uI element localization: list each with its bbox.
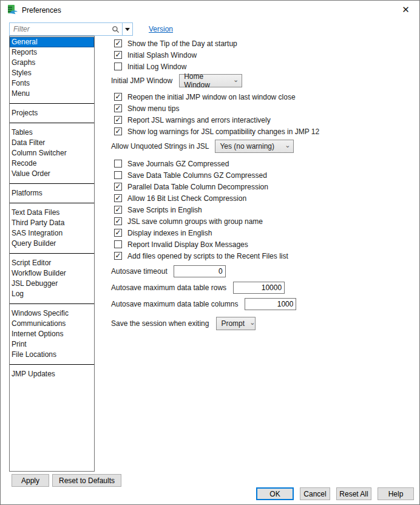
checkmark-icon: ✓: [115, 229, 121, 236]
checkbox-row[interactable]: ✓ Display indexes in English: [111, 227, 418, 239]
checkbox-row[interactable]: ✓ Allow 16 Bit List Check Compression: [111, 192, 418, 204]
sidebar-item[interactable]: JMP Updates: [10, 369, 94, 379]
sidebar-item[interactable]: Data Filter: [10, 138, 94, 148]
checkbox[interactable]: ✓: [114, 93, 122, 101]
checkbox[interactable]: ✓: [114, 116, 122, 124]
checkbox-row[interactable]: ✓ Parallel Data Table Column Decompressi…: [111, 181, 418, 192]
allow-unquoted-strings-select[interactable]: Yes (no warning) ⌄: [215, 140, 294, 153]
checkbox-label: Show the Tip of the Day at startup: [127, 39, 237, 48]
general-settings-panel: ✓ Show the Tip of the Day at startup ✓ I…: [111, 36, 418, 330]
sidebar-item[interactable]: Projects: [10, 108, 94, 118]
sidebar-item[interactable]: Internet Options: [10, 329, 94, 339]
autosave-max-columns-input[interactable]: [245, 298, 296, 310]
sidebar-item[interactable]: Platforms: [10, 188, 94, 198]
checkbox-row[interactable]: ✓ Report JSL warnings and errors interac…: [111, 114, 418, 126]
checkmark-icon: ✓: [115, 40, 121, 47]
sidebar-item[interactable]: Value Order: [10, 169, 94, 179]
checkbox-row[interactable]: ✓ Save Scripts in English: [111, 204, 418, 215]
checkbox-row[interactable]: ✓ Add files opened by scripts to the Rec…: [111, 250, 418, 262]
sidebar-item[interactable]: Graphs: [10, 58, 94, 68]
version-link[interactable]: Version: [149, 25, 173, 33]
sidebar-item[interactable]: JSL Debugger: [10, 279, 94, 289]
sidebar-item[interactable]: SAS Integration: [10, 228, 94, 239]
cancel-button[interactable]: Cancel: [300, 487, 330, 500]
checkbox[interactable]: [114, 63, 122, 70]
sidebar-item[interactable]: [10, 103, 94, 104]
checkbox-row[interactable]: Save Data Table Columns GZ Compressed: [111, 169, 418, 181]
checkbox-label: Initial Log Window: [127, 63, 186, 71]
sidebar-item[interactable]: File Locations: [10, 350, 94, 360]
sidebar-item[interactable]: General: [10, 37, 94, 47]
reset-to-defaults-button[interactable]: Reset to Defaults: [52, 474, 121, 487]
sidebar-item[interactable]: [10, 364, 94, 365]
initial-jmp-window-select[interactable]: Home Window ⌄: [179, 74, 242, 87]
autosave-timeout-input[interactable]: [174, 265, 226, 277]
checkmark-icon: ✓: [115, 183, 121, 190]
checkbox-label: Allow 16 Bit List Check Compression: [127, 194, 246, 203]
preferences-window: Preferences ✕ Version General Reports Gr…: [0, 0, 420, 505]
checkbox-row[interactable]: ✓ Show log warnings for JSL compatibilit…: [111, 126, 418, 137]
help-button[interactable]: Help: [378, 487, 414, 500]
sidebar-item[interactable]: Styles: [10, 68, 94, 78]
sidebar-item[interactable]: Log: [10, 289, 94, 299]
checkbox-label: Save Scripts in English: [127, 206, 202, 214]
autosave-timeout-row: Autosave timeout: [111, 265, 418, 277]
autosave-max-columns-row: Autosave maximum data table columns: [111, 298, 418, 310]
checkbox-row[interactable]: ✓ Show the Tip of the Day at startup: [111, 38, 418, 49]
checkbox[interactable]: ✓: [114, 217, 122, 225]
checkmark-icon: ✓: [115, 52, 121, 58]
sidebar-item[interactable]: Recode: [10, 158, 94, 169]
sidebar-item[interactable]: Menu: [10, 89, 94, 99]
checkbox[interactable]: ✓: [114, 183, 122, 191]
sidebar-item[interactable]: [10, 123, 94, 123]
checkbox[interactable]: ✓: [114, 51, 122, 59]
checkbox[interactable]: ✓: [114, 39, 122, 47]
sidebar-item[interactable]: Communications: [10, 319, 94, 329]
apply-button[interactable]: Apply: [12, 474, 49, 487]
checkbox[interactable]: [114, 160, 122, 168]
sidebar-item[interactable]: Column Switcher: [10, 148, 94, 158]
checkbox-row[interactable]: Initial Log Window: [111, 61, 418, 72]
sidebar-item[interactable]: [10, 303, 94, 304]
checkbox[interactable]: ✓: [114, 127, 122, 135]
autosave-max-rows-input[interactable]: [233, 282, 285, 294]
checkbox[interactable]: ✓: [114, 252, 122, 260]
sidebar-item[interactable]: Print: [10, 339, 94, 350]
reset-all-button[interactable]: Reset All: [336, 487, 371, 500]
sidebar-item[interactable]: [10, 183, 94, 184]
checkbox[interactable]: ✓: [114, 104, 122, 112]
sidebar-item[interactable]: [10, 253, 94, 254]
sidebar-item[interactable]: Tables: [10, 127, 94, 138]
checkbox-row[interactable]: ✓ Reopen the initial JMP window on last …: [111, 91, 418, 103]
close-icon[interactable]: ✕: [392, 1, 419, 19]
filter-dropdown-button[interactable]: [122, 23, 132, 35]
checkbox[interactable]: [114, 240, 122, 248]
ok-button[interactable]: OK: [256, 487, 294, 500]
checkbox-row[interactable]: Save Journals GZ Compressed: [111, 158, 418, 169]
sidebar-item[interactable]: Script Editor: [10, 258, 94, 268]
sidebar-item[interactable]: Text Data Files: [10, 208, 94, 218]
search-icon: [112, 23, 122, 35]
title-bar: Preferences ✕: [1, 1, 419, 20]
checkbox[interactable]: ✓: [114, 206, 122, 214]
checkbox-row[interactable]: ✓ Show menu tips: [111, 103, 418, 114]
checkbox[interactable]: ✓: [114, 194, 122, 202]
sidebar-item[interactable]: Workflow Builder: [10, 268, 94, 279]
sidebar-item[interactable]: Fonts: [10, 78, 94, 89]
filter-input[interactable]: [10, 23, 112, 35]
sidebar-item[interactable]: Windows Specific: [10, 308, 94, 319]
initial-jmp-window-row: Initial JMP Window Home Window ⌄: [111, 74, 418, 87]
startup-checkbox-group: ✓ Show the Tip of the Day at startup ✓ I…: [111, 38, 418, 72]
checkbox-row[interactable]: ✓ JSL save column groups with group name: [111, 215, 418, 227]
checkbox[interactable]: ✓: [114, 229, 122, 237]
checkbox-row[interactable]: ✓ Initial Splash Window: [111, 49, 418, 61]
checkbox[interactable]: [114, 171, 122, 179]
sidebar-item[interactable]: Third Party Data: [10, 218, 94, 228]
checkbox-row[interactable]: Report Invalid Display Box Messages: [111, 239, 418, 250]
sidebar-item[interactable]: Reports: [10, 47, 94, 58]
sidebar-item[interactable]: [10, 203, 94, 203]
selected-value: Prompt: [221, 319, 245, 328]
save-session-label: Save the session when exiting: [111, 319, 209, 328]
save-session-select[interactable]: Prompt ⌄: [216, 317, 256, 330]
sidebar-item[interactable]: Query Builder: [10, 239, 94, 249]
